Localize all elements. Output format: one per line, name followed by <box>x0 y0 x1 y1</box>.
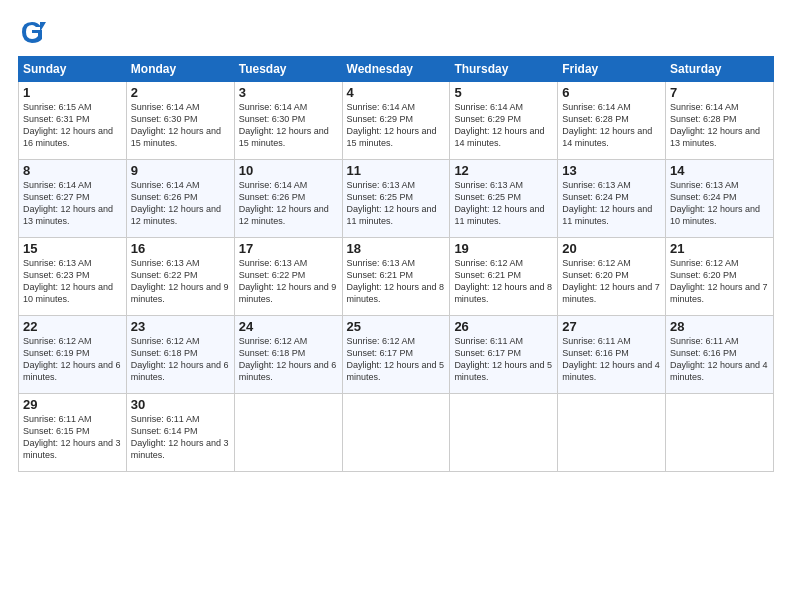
cell-text: Sunrise: 6:13 AMSunset: 6:22 PMDaylight:… <box>239 258 337 304</box>
calendar-cell: 27 Sunrise: 6:11 AMSunset: 6:16 PMDaylig… <box>558 316 666 394</box>
cell-text: Sunrise: 6:12 AMSunset: 6:18 PMDaylight:… <box>239 336 337 382</box>
calendar-cell: 24 Sunrise: 6:12 AMSunset: 6:18 PMDaylig… <box>234 316 342 394</box>
day-number: 28 <box>670 319 769 334</box>
calendar-cell: 7 Sunrise: 6:14 AMSunset: 6:28 PMDayligh… <box>666 82 774 160</box>
cell-text: Sunrise: 6:14 AMSunset: 6:29 PMDaylight:… <box>347 102 437 148</box>
cell-text: Sunrise: 6:12 AMSunset: 6:18 PMDaylight:… <box>131 336 229 382</box>
calendar-cell: 30 Sunrise: 6:11 AMSunset: 6:14 PMDaylig… <box>126 394 234 472</box>
cell-text: Sunrise: 6:13 AMSunset: 6:21 PMDaylight:… <box>347 258 445 304</box>
day-number: 1 <box>23 85 122 100</box>
calendar-week-2: 8 Sunrise: 6:14 AMSunset: 6:27 PMDayligh… <box>19 160 774 238</box>
day-number: 12 <box>454 163 553 178</box>
calendar-cell: 23 Sunrise: 6:12 AMSunset: 6:18 PMDaylig… <box>126 316 234 394</box>
calendar-header-row: SundayMondayTuesdayWednesdayThursdayFrid… <box>19 57 774 82</box>
day-number: 5 <box>454 85 553 100</box>
calendar-cell: 1 Sunrise: 6:15 AMSunset: 6:31 PMDayligh… <box>19 82 127 160</box>
calendar-cell <box>234 394 342 472</box>
day-number: 18 <box>347 241 446 256</box>
day-number: 16 <box>131 241 230 256</box>
calendar-cell: 2 Sunrise: 6:14 AMSunset: 6:30 PMDayligh… <box>126 82 234 160</box>
calendar-cell: 6 Sunrise: 6:14 AMSunset: 6:28 PMDayligh… <box>558 82 666 160</box>
cell-text: Sunrise: 6:14 AMSunset: 6:27 PMDaylight:… <box>23 180 113 226</box>
day-number: 29 <box>23 397 122 412</box>
calendar-cell: 13 Sunrise: 6:13 AMSunset: 6:24 PMDaylig… <box>558 160 666 238</box>
cell-text: Sunrise: 6:11 AMSunset: 6:17 PMDaylight:… <box>454 336 552 382</box>
cell-text: Sunrise: 6:13 AMSunset: 6:24 PMDaylight:… <box>562 180 652 226</box>
calendar-week-4: 22 Sunrise: 6:12 AMSunset: 6:19 PMDaylig… <box>19 316 774 394</box>
calendar-cell <box>342 394 450 472</box>
cell-text: Sunrise: 6:14 AMSunset: 6:30 PMDaylight:… <box>239 102 329 148</box>
cell-text: Sunrise: 6:13 AMSunset: 6:25 PMDaylight:… <box>454 180 544 226</box>
day-number: 13 <box>562 163 661 178</box>
cell-text: Sunrise: 6:14 AMSunset: 6:28 PMDaylight:… <box>562 102 652 148</box>
day-number: 17 <box>239 241 338 256</box>
cell-text: Sunrise: 6:14 AMSunset: 6:29 PMDaylight:… <box>454 102 544 148</box>
calendar-cell <box>666 394 774 472</box>
cell-text: Sunrise: 6:13 AMSunset: 6:24 PMDaylight:… <box>670 180 760 226</box>
calendar-cell: 3 Sunrise: 6:14 AMSunset: 6:30 PMDayligh… <box>234 82 342 160</box>
day-number: 10 <box>239 163 338 178</box>
calendar-cell: 9 Sunrise: 6:14 AMSunset: 6:26 PMDayligh… <box>126 160 234 238</box>
calendar-cell <box>450 394 558 472</box>
day-number: 23 <box>131 319 230 334</box>
calendar-cell: 28 Sunrise: 6:11 AMSunset: 6:16 PMDaylig… <box>666 316 774 394</box>
cell-text: Sunrise: 6:14 AMSunset: 6:28 PMDaylight:… <box>670 102 760 148</box>
calendar-cell: 14 Sunrise: 6:13 AMSunset: 6:24 PMDaylig… <box>666 160 774 238</box>
calendar-cell: 12 Sunrise: 6:13 AMSunset: 6:25 PMDaylig… <box>450 160 558 238</box>
day-number: 8 <box>23 163 122 178</box>
day-header-thursday: Thursday <box>450 57 558 82</box>
logo-icon <box>18 18 46 46</box>
calendar-week-3: 15 Sunrise: 6:13 AMSunset: 6:23 PMDaylig… <box>19 238 774 316</box>
day-number: 25 <box>347 319 446 334</box>
calendar-cell: 18 Sunrise: 6:13 AMSunset: 6:21 PMDaylig… <box>342 238 450 316</box>
day-number: 26 <box>454 319 553 334</box>
day-number: 20 <box>562 241 661 256</box>
day-number: 19 <box>454 241 553 256</box>
cell-text: Sunrise: 6:13 AMSunset: 6:23 PMDaylight:… <box>23 258 113 304</box>
header <box>18 18 774 46</box>
cell-text: Sunrise: 6:12 AMSunset: 6:21 PMDaylight:… <box>454 258 552 304</box>
day-header-sunday: Sunday <box>19 57 127 82</box>
calendar-cell: 26 Sunrise: 6:11 AMSunset: 6:17 PMDaylig… <box>450 316 558 394</box>
calendar-cell: 25 Sunrise: 6:12 AMSunset: 6:17 PMDaylig… <box>342 316 450 394</box>
calendar-cell: 4 Sunrise: 6:14 AMSunset: 6:29 PMDayligh… <box>342 82 450 160</box>
calendar-cell: 22 Sunrise: 6:12 AMSunset: 6:19 PMDaylig… <box>19 316 127 394</box>
cell-text: Sunrise: 6:14 AMSunset: 6:26 PMDaylight:… <box>131 180 221 226</box>
day-number: 15 <box>23 241 122 256</box>
cell-text: Sunrise: 6:11 AMSunset: 6:15 PMDaylight:… <box>23 414 121 460</box>
calendar-cell: 11 Sunrise: 6:13 AMSunset: 6:25 PMDaylig… <box>342 160 450 238</box>
day-header-saturday: Saturday <box>666 57 774 82</box>
cell-text: Sunrise: 6:14 AMSunset: 6:26 PMDaylight:… <box>239 180 329 226</box>
cell-text: Sunrise: 6:13 AMSunset: 6:25 PMDaylight:… <box>347 180 437 226</box>
day-number: 6 <box>562 85 661 100</box>
cell-text: Sunrise: 6:11 AMSunset: 6:14 PMDaylight:… <box>131 414 229 460</box>
calendar: SundayMondayTuesdayWednesdayThursdayFrid… <box>18 56 774 472</box>
calendar-cell: 20 Sunrise: 6:12 AMSunset: 6:20 PMDaylig… <box>558 238 666 316</box>
cell-text: Sunrise: 6:14 AMSunset: 6:30 PMDaylight:… <box>131 102 221 148</box>
cell-text: Sunrise: 6:11 AMSunset: 6:16 PMDaylight:… <box>670 336 768 382</box>
logo <box>18 18 50 46</box>
cell-text: Sunrise: 6:12 AMSunset: 6:20 PMDaylight:… <box>562 258 660 304</box>
day-header-tuesday: Tuesday <box>234 57 342 82</box>
calendar-cell: 10 Sunrise: 6:14 AMSunset: 6:26 PMDaylig… <box>234 160 342 238</box>
calendar-cell: 29 Sunrise: 6:11 AMSunset: 6:15 PMDaylig… <box>19 394 127 472</box>
calendar-week-1: 1 Sunrise: 6:15 AMSunset: 6:31 PMDayligh… <box>19 82 774 160</box>
day-number: 11 <box>347 163 446 178</box>
day-number: 3 <box>239 85 338 100</box>
cell-text: Sunrise: 6:11 AMSunset: 6:16 PMDaylight:… <box>562 336 660 382</box>
day-number: 21 <box>670 241 769 256</box>
calendar-cell: 16 Sunrise: 6:13 AMSunset: 6:22 PMDaylig… <box>126 238 234 316</box>
day-number: 22 <box>23 319 122 334</box>
day-header-friday: Friday <box>558 57 666 82</box>
day-number: 14 <box>670 163 769 178</box>
cell-text: Sunrise: 6:12 AMSunset: 6:20 PMDaylight:… <box>670 258 768 304</box>
day-number: 2 <box>131 85 230 100</box>
calendar-week-5: 29 Sunrise: 6:11 AMSunset: 6:15 PMDaylig… <box>19 394 774 472</box>
day-number: 24 <box>239 319 338 334</box>
day-number: 4 <box>347 85 446 100</box>
day-number: 9 <box>131 163 230 178</box>
day-header-monday: Monday <box>126 57 234 82</box>
calendar-cell: 17 Sunrise: 6:13 AMSunset: 6:22 PMDaylig… <box>234 238 342 316</box>
calendar-cell: 15 Sunrise: 6:13 AMSunset: 6:23 PMDaylig… <box>19 238 127 316</box>
cell-text: Sunrise: 6:12 AMSunset: 6:19 PMDaylight:… <box>23 336 121 382</box>
